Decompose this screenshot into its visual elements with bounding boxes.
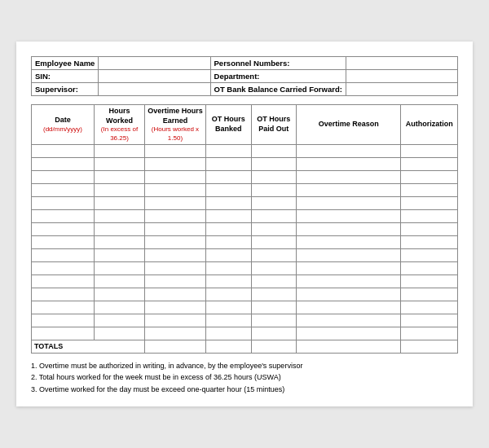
table-row xyxy=(32,327,458,340)
cell-r12-c6 xyxy=(401,301,458,314)
cell-r9-c3 xyxy=(205,261,251,275)
cell-r13-c5 xyxy=(297,314,401,327)
info-table: Employee Name Personnel Numbers: SIN: De… xyxy=(31,56,458,96)
cell-r14-c4 xyxy=(251,327,297,340)
cell-r12-c1 xyxy=(95,301,145,314)
cell-r7-c3 xyxy=(205,235,251,248)
cell-r10-c5 xyxy=(297,275,401,288)
cell-r13-c3 xyxy=(205,314,251,327)
cell-r0-c6 xyxy=(401,144,458,157)
main-table: Date (dd/mm/yyyy) Hours Worked (In exces… xyxy=(31,104,458,354)
cell-r8-c4 xyxy=(251,248,297,261)
notes-section: 1. Overtime must be authorized in writin… xyxy=(31,360,458,395)
cell-r5-c3 xyxy=(205,209,251,222)
cell-r12-c2 xyxy=(145,301,206,314)
cell-r3-c5 xyxy=(297,183,401,196)
supervisor-value xyxy=(99,82,210,95)
cell-r11-c6 xyxy=(401,288,458,301)
cell-r13-c6 xyxy=(401,314,458,327)
sin-label: SIN: xyxy=(32,69,99,82)
cell-r8-c3 xyxy=(205,248,251,261)
col-header-date: Date (dd/mm/yyyy) xyxy=(32,104,95,144)
cell-r1-c3 xyxy=(205,157,251,170)
note-1: 1. Overtime must be authorized in writin… xyxy=(31,360,458,371)
cell-r7-c4 xyxy=(251,235,297,248)
table-row xyxy=(32,222,458,235)
table-row xyxy=(32,183,458,196)
cell-r1-c2 xyxy=(145,157,206,170)
cell-r2-c5 xyxy=(297,170,401,183)
col-header-ot-banked: OT Hours Banked xyxy=(205,104,251,144)
cell-r11-c4 xyxy=(251,288,297,301)
cell-r13-c0 xyxy=(32,314,95,327)
cell-r9-c1 xyxy=(95,261,145,275)
cell-r4-c3 xyxy=(205,196,251,209)
cell-r14-c3 xyxy=(205,327,251,340)
cell-r6-c4 xyxy=(251,222,297,235)
department-label: Department: xyxy=(210,69,346,82)
cell-r6-c2 xyxy=(145,222,206,235)
ot-bank-balance-label: OT Bank Balance Carried Forward: xyxy=(210,82,346,95)
cell-r8-c6 xyxy=(401,248,458,261)
personnel-numbers-label: Personnel Numbers: xyxy=(210,56,346,69)
table-row xyxy=(32,314,458,327)
personnel-numbers-value xyxy=(346,56,457,69)
cell-r5-c6 xyxy=(401,209,458,222)
cell-r4-c5 xyxy=(297,196,401,209)
cell-r10-c2 xyxy=(145,275,206,288)
table-row xyxy=(32,235,458,248)
cell-r2-c0 xyxy=(32,170,95,183)
department-value xyxy=(346,69,457,82)
cell-r4-c6 xyxy=(401,196,458,209)
cell-r6-c1 xyxy=(95,222,145,235)
cell-r2-c6 xyxy=(401,170,458,183)
page: Employee Name Personnel Numbers: SIN: De… xyxy=(16,42,473,406)
table-row xyxy=(32,209,458,222)
table-row xyxy=(32,261,458,275)
cell-r3-c4 xyxy=(251,183,297,196)
cell-r9-c6 xyxy=(401,261,458,275)
totals-auth xyxy=(401,340,458,353)
col-header-auth: Authorization xyxy=(401,104,458,144)
table-row xyxy=(32,157,458,170)
cell-r4-c1 xyxy=(95,196,145,209)
cell-r11-c1 xyxy=(95,288,145,301)
cell-r8-c1 xyxy=(95,248,145,261)
cell-r5-c1 xyxy=(95,209,145,222)
cell-r5-c4 xyxy=(251,209,297,222)
cell-r10-c3 xyxy=(205,275,251,288)
cell-r4-c2 xyxy=(145,196,206,209)
note-2: 2. Total hours worked for the week must … xyxy=(31,371,458,383)
cell-r3-c1 xyxy=(95,183,145,196)
cell-r14-c0 xyxy=(32,327,95,340)
cell-r1-c6 xyxy=(401,157,458,170)
cell-r7-c6 xyxy=(401,235,458,248)
cell-r1-c0 xyxy=(32,157,95,170)
cell-r1-c5 xyxy=(297,157,401,170)
cell-r6-c0 xyxy=(32,222,95,235)
employee-name-value xyxy=(99,56,210,69)
cell-r4-c4 xyxy=(251,196,297,209)
cell-r2-c4 xyxy=(251,170,297,183)
table-row xyxy=(32,248,458,261)
totals-ot-reason xyxy=(297,340,401,353)
cell-r0-c1 xyxy=(95,144,145,157)
totals-row: TOTALS xyxy=(32,340,458,353)
table-row xyxy=(32,275,458,288)
cell-r0-c3 xyxy=(205,144,251,157)
cell-r6-c6 xyxy=(401,222,458,235)
cell-r1-c1 xyxy=(95,157,145,170)
cell-r9-c5 xyxy=(297,261,401,275)
cell-r14-c5 xyxy=(297,327,401,340)
cell-r7-c2 xyxy=(145,235,206,248)
cell-r5-c0 xyxy=(32,209,95,222)
totals-ot-paid xyxy=(251,340,297,353)
cell-r5-c5 xyxy=(297,209,401,222)
cell-r1-c4 xyxy=(251,157,297,170)
cell-r10-c0 xyxy=(32,275,95,288)
cell-r8-c5 xyxy=(297,248,401,261)
cell-r9-c0 xyxy=(32,261,95,275)
cell-r12-c4 xyxy=(251,301,297,314)
cell-r3-c6 xyxy=(401,183,458,196)
cell-r12-c3 xyxy=(205,301,251,314)
